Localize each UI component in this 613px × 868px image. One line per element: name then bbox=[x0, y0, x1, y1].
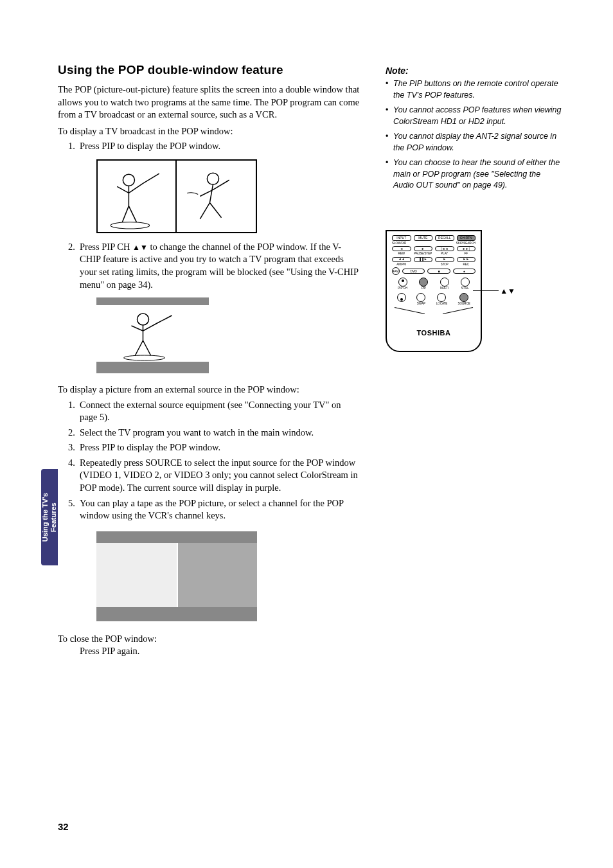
step-text: Connect the external source equipment (s… bbox=[80, 400, 341, 423]
remote-source-label: SOURCE bbox=[458, 303, 470, 306]
remote-rec-button-icon: ● bbox=[453, 269, 475, 274]
svg-point-0 bbox=[123, 174, 134, 186]
remote-multi-label: MULTI bbox=[440, 287, 449, 290]
tv-broadcast-lead: To display a TV broadcast in the POP win… bbox=[58, 125, 360, 138]
step-number: 2. bbox=[68, 427, 75, 439]
remote-stop-button-icon: ■ bbox=[427, 269, 450, 274]
remote-rew-button-icon: ◄ bbox=[392, 246, 411, 251]
remote-input-button: INPUT bbox=[392, 235, 411, 241]
close-lead: To close the POP window: bbox=[58, 633, 360, 646]
single-window-illustration bbox=[96, 297, 209, 373]
step-number: 3. bbox=[68, 441, 75, 454]
remote-pipch-up-button bbox=[398, 278, 407, 287]
remote-slowdir-label: SLOW/DIR bbox=[392, 242, 432, 245]
remote-stop-label: STOP bbox=[435, 263, 454, 267]
step-text: Press PIP to display the POP window. bbox=[80, 442, 220, 452]
svg-point-1 bbox=[111, 222, 149, 229]
remote-mute-button: MUTE bbox=[414, 235, 433, 241]
remote-source-button bbox=[459, 293, 468, 302]
step-a2: 2. Press PIP CH ▲▼ to change the channel… bbox=[69, 241, 360, 291]
remote-pause-label: PAUSE/STEP bbox=[414, 252, 433, 256]
remote-rec-label: REC bbox=[457, 263, 476, 267]
step-text: You can play a tape as the POP picture, … bbox=[80, 498, 344, 521]
remote-control-diagram: INPUT MUTE RECALL CH RTN SLOW/DIR SKIP/S… bbox=[386, 230, 482, 352]
intro-paragraph: The POP (picture-out-picture) feature sp… bbox=[58, 84, 360, 121]
remote-play-label: PLAY bbox=[435, 252, 454, 256]
section-heading: Using the POP double-window feature bbox=[58, 63, 360, 77]
step-number: 1. bbox=[68, 140, 75, 153]
close-action: Press PIP again. bbox=[58, 645, 360, 658]
remote-swap-label: SWAP bbox=[417, 303, 425, 306]
svg-point-2 bbox=[207, 173, 218, 184]
step-number: 4. bbox=[68, 457, 75, 470]
remote-ff-icon: ►► bbox=[457, 257, 476, 262]
remote-skipsearch-label: SKIP/SEARCH bbox=[435, 242, 475, 245]
remote-ff-label: FF bbox=[457, 252, 476, 256]
step-number: 5. bbox=[68, 497, 75, 510]
remote-swap-button bbox=[416, 293, 425, 302]
note-heading: Note: bbox=[386, 66, 562, 76]
remote-play-icon: ► bbox=[435, 257, 454, 262]
step-text: Select the TV program you want to watch … bbox=[80, 427, 314, 438]
side-tab-line1: Using the TV's bbox=[41, 493, 49, 542]
remote-fwd-button-icon: ► bbox=[414, 246, 433, 251]
remote-pipch-down-button bbox=[397, 293, 406, 302]
external-source-lead: To display a picture from an external so… bbox=[58, 384, 360, 396]
step-b4: 4. Repeatedly press SOURCE to select the… bbox=[69, 457, 360, 495]
pitcher-sketch-icon bbox=[177, 161, 256, 232]
remote-pausestep-icon: ❚❚► bbox=[414, 257, 433, 262]
remote-chrtn-button: CH RTN bbox=[457, 235, 476, 241]
note-item: You can choose to hear the sound of eith… bbox=[386, 157, 562, 191]
step-b2: 2. Select the TV program you want to wat… bbox=[69, 427, 360, 439]
step-text: Repeatedly press SOURCE to select the in… bbox=[80, 457, 358, 493]
svg-point-3 bbox=[138, 314, 149, 325]
side-tab-line2: Features bbox=[49, 502, 57, 532]
step-a1: 1. Press PIP to display the POP window. bbox=[69, 140, 360, 153]
remote-multi-button bbox=[440, 278, 449, 287]
batter-sketch-icon bbox=[98, 161, 175, 232]
remote-brand-label: TOSHIBA bbox=[387, 329, 481, 337]
batter-sketch-icon bbox=[96, 305, 209, 362]
step-number: 2. bbox=[68, 241, 75, 254]
remote-ampm-label: AM/PM bbox=[392, 263, 411, 267]
chapter-side-tab: Using the TV's Features bbox=[41, 469, 58, 565]
note-item: The PIP buttons on the remote control op… bbox=[386, 78, 562, 101]
note-item: You cannot access POP features when view… bbox=[386, 105, 562, 127]
remote-still-button bbox=[461, 278, 470, 287]
step-number: 1. bbox=[68, 399, 75, 412]
step-b1: 1. Connect the external source equipment… bbox=[69, 399, 360, 424]
remote-locate-label: LOCATE bbox=[436, 303, 448, 306]
step-text: Press PIP to display the POP window. bbox=[80, 141, 220, 151]
remote-pipch-label: PIP CH bbox=[398, 287, 407, 290]
remote-skipback-button-icon: |◄◄ bbox=[435, 246, 454, 251]
step-b3: 3. Press PIP to display the POP window. bbox=[69, 441, 360, 454]
remote-rew-label: REW bbox=[392, 252, 411, 256]
remote-rewind-icon: ◄◄ bbox=[392, 257, 411, 262]
remote-still-label: STILL bbox=[461, 287, 469, 290]
pop-external-illustration bbox=[96, 531, 257, 621]
step-text: Press PIP CH ▲▼ to change the channel of… bbox=[80, 242, 358, 290]
remote-pip-label: PIP bbox=[422, 287, 426, 290]
up-down-arrows-icon: ▲▼ bbox=[132, 243, 148, 252]
svg-point-4 bbox=[124, 355, 165, 360]
remote-skipfwd-button-icon: ►►| bbox=[457, 246, 476, 251]
remote-dvd-button: DVD bbox=[402, 269, 425, 274]
step-text-prefix: Press PIP CH bbox=[80, 242, 132, 252]
remote-pip-button bbox=[419, 278, 428, 287]
remote-fav-button: FAV bbox=[392, 267, 400, 275]
step-b5: 5. You can play a tape as the POP pictur… bbox=[69, 497, 360, 522]
page-number: 32 bbox=[58, 821, 69, 832]
pop-split-illustration bbox=[96, 159, 257, 233]
remote-callout-arrows-icon: ▲▼ bbox=[500, 287, 515, 296]
note-item: You cannot display the ANT-2 signal sour… bbox=[386, 131, 562, 154]
remote-locate-button bbox=[437, 293, 446, 302]
remote-recall-button: RECALL bbox=[435, 235, 454, 241]
